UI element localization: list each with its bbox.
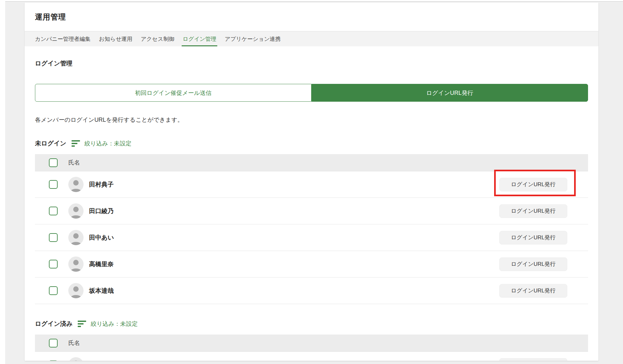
table-row: 坂本達哉 ログインURL発行 bbox=[35, 278, 588, 304]
avatar-icon bbox=[68, 283, 84, 298]
not-logged-in-title: 未ログイン bbox=[35, 139, 66, 148]
section-description: 各メンバーのログインURLを発行することができます。 bbox=[35, 116, 588, 124]
avatar-icon bbox=[68, 256, 84, 272]
table-row: 田村典子 ログインURL発行 bbox=[35, 171, 588, 198]
row-checkbox[interactable] bbox=[49, 207, 58, 215]
issue-login-url-button[interactable]: ログインURL発行 bbox=[499, 231, 567, 245]
table-header-row: 氏名 bbox=[35, 154, 588, 171]
row-checkbox[interactable] bbox=[49, 233, 58, 242]
avatar-icon bbox=[68, 357, 84, 361]
avatar-icon bbox=[68, 203, 84, 219]
member-name: 田中あい bbox=[89, 233, 114, 242]
member-name: 田口綾乃 bbox=[89, 207, 114, 215]
mode-segmented-control: 初回ログイン催促メール送信 ログインURL発行 bbox=[35, 84, 588, 102]
avatar-icon bbox=[68, 230, 84, 245]
row-checkbox[interactable] bbox=[49, 180, 58, 189]
filter-icon[interactable] bbox=[72, 140, 80, 147]
issue-login-url-button[interactable]: ログインURL発行 bbox=[499, 284, 567, 298]
name-column-header: 氏名 bbox=[68, 159, 80, 166]
table-row: 高橋里奈 ログインURL発行 bbox=[35, 251, 588, 278]
tab-access-control[interactable]: アクセス制御 bbox=[137, 31, 179, 46]
tab-application-integration[interactable]: アプリケーション連携 bbox=[221, 31, 285, 46]
row-checkbox[interactable] bbox=[49, 360, 58, 361]
issue-login-url-segment[interactable]: ログインURL発行 bbox=[312, 84, 588, 102]
member-name: 坂本達哉 bbox=[89, 287, 114, 295]
issue-login-url-button[interactable]: ログインURL発行 bbox=[499, 358, 567, 361]
first-login-reminder-mail-segment[interactable]: 初回ログイン催促メール送信 bbox=[35, 84, 312, 102]
row-checkbox[interactable] bbox=[49, 286, 58, 295]
issue-login-url-button[interactable]: ログインURL発行 bbox=[499, 257, 567, 271]
not-logged-in-header: 未ログイン 絞り込み：未設定 bbox=[35, 139, 588, 148]
section-heading: ログイン管理 bbox=[35, 59, 588, 68]
row-checkbox[interactable] bbox=[49, 260, 58, 268]
issue-login-url-button[interactable]: ログインURL発行 bbox=[499, 204, 567, 218]
table-header-row: 氏名 bbox=[35, 335, 588, 352]
name-column-header: 氏名 bbox=[68, 339, 80, 347]
tab-content: ログイン管理 初回ログイン催促メール送信 ログインURL発行 各メンバーのログイ… bbox=[25, 59, 598, 361]
issue-login-url-button[interactable]: ログインURL発行 bbox=[499, 178, 567, 191]
tab-company-admin-edit[interactable]: カンパニー管理者編集 bbox=[31, 31, 95, 46]
avatar-icon bbox=[68, 177, 84, 192]
select-all-checkbox[interactable] bbox=[49, 158, 58, 167]
tab-notice-operation[interactable]: お知らせ運用 bbox=[95, 31, 137, 46]
table-row: 田口綾乃 ログインURL発行 bbox=[35, 198, 588, 224]
main-panel: 運用管理 カンパニー管理者編集 お知らせ運用 アクセス制御 ログイン管理 アプリ… bbox=[25, 3, 598, 361]
page-background: 運用管理 カンパニー管理者編集 お知らせ運用 アクセス制御 ログイン管理 アプリ… bbox=[5, 1, 623, 364]
panel-header: 運用管理 bbox=[25, 3, 598, 31]
logged-in-table: 氏名 HRBrain staff ログインURL発行 bbox=[35, 335, 588, 361]
filter-setting-link[interactable]: 絞り込み：未設定 bbox=[91, 320, 138, 328]
table-row: 田中あい ログインURL発行 bbox=[35, 224, 588, 251]
tab-bar: カンパニー管理者編集 お知らせ運用 アクセス制御 ログイン管理 アプリケーション… bbox=[25, 31, 598, 46]
logged-in-header: ログイン済み 絞り込み：未設定 bbox=[35, 320, 588, 328]
page-title: 運用管理 bbox=[35, 12, 66, 22]
filter-icon[interactable] bbox=[78, 321, 86, 327]
not-logged-in-table: 氏名 田村典子 ログインURL発行 bbox=[35, 154, 588, 304]
table-row: HRBrain staff ログインURL発行 bbox=[35, 352, 588, 361]
tab-login-management[interactable]: ログイン管理 bbox=[178, 31, 221, 46]
member-name: 高橋里奈 bbox=[89, 260, 114, 268]
member-name: 田村典子 bbox=[89, 180, 114, 189]
logged-in-title: ログイン済み bbox=[35, 320, 73, 328]
filter-setting-link[interactable]: 絞り込み：未設定 bbox=[85, 140, 131, 147]
select-all-checkbox[interactable] bbox=[49, 339, 58, 347]
